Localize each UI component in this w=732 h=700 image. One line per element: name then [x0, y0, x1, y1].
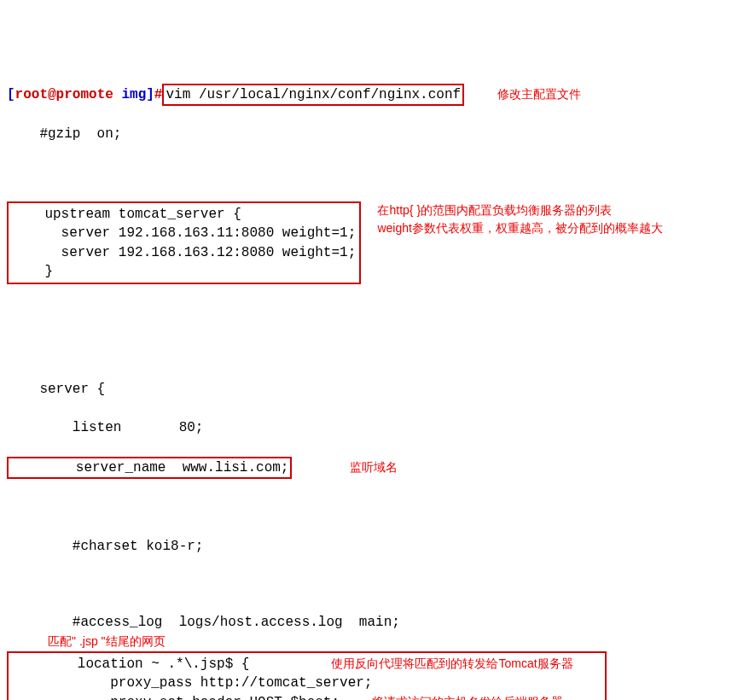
- upstream-block: upstream tomcat_server { server 192.168.…: [7, 201, 725, 285]
- prompt-line-1: [root@promote img]#vim /usr/local/nginx/…: [7, 84, 725, 106]
- annotation-http-scope: 在http{ }的范围内配置负载均衡服务器的列表weight参数代表权重，权重越…: [377, 201, 667, 237]
- annotation-modify-config: 修改主配置文件: [497, 86, 581, 103]
- server-name-box: server_name www.lisi.com;: [7, 457, 292, 479]
- vim-command: vim /usr/local/nginx/conf/nginx.conf: [166, 87, 461, 102]
- prompt-hash: #: [154, 87, 163, 102]
- server-open: server {: [7, 380, 725, 399]
- prompt-dir: img: [121, 87, 146, 102]
- bracket: [: [7, 87, 15, 102]
- upstream-box: upstream tomcat_server { server 192.168.…: [7, 201, 361, 285]
- location-jsp-box: location ~ .*\.jsp$ { 使用反向代理将匹配到的转发给Tomc…: [7, 651, 607, 700]
- annotation-reverse-proxy: 使用反向代理将匹配到的转发给Tomcat服务器: [331, 656, 572, 673]
- config-gzip: #gzip on;: [7, 125, 725, 143]
- bracket: ]: [146, 87, 154, 102]
- annotation-send-hostname: 将请求访问的主机名发给后端服务器: [372, 694, 563, 700]
- annotation-match-jsp: 匹配" .jsp "结尾的网页: [48, 633, 166, 650]
- server-name-line: server_name www.lisi.com; 监听域名: [7, 457, 725, 479]
- charset-line: #charset koi8-r;: [7, 537, 725, 556]
- access-log-line: #access_log logs/host.access.log main;: [7, 613, 725, 632]
- listen-line: listen 80;: [7, 418, 725, 437]
- prompt-user: root@promote: [15, 87, 113, 102]
- annotation-listen-domain: 监听域名: [350, 459, 398, 476]
- command-box: vim /usr/local/nginx/conf/nginx.conf: [162, 84, 464, 106]
